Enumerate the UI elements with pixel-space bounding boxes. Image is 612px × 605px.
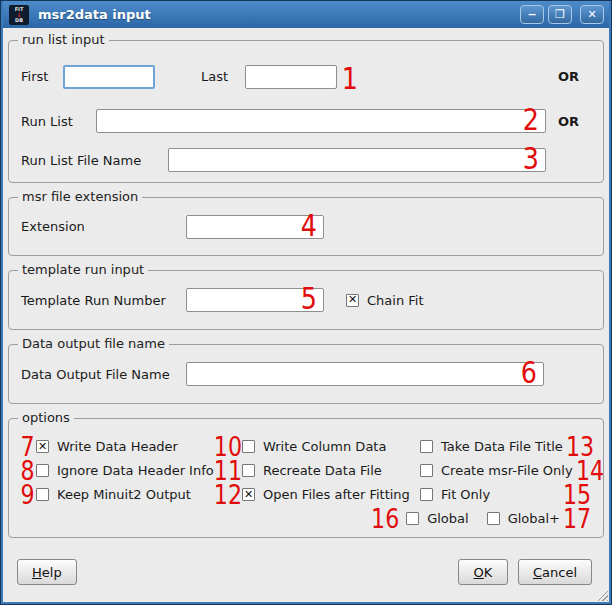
group-title-msr-file-extension: msr file extension xyxy=(18,189,142,204)
or-label-2: OR xyxy=(546,114,591,129)
first-label: First xyxy=(21,69,63,84)
annotation-12: 12 xyxy=(214,481,239,508)
first-run-input[interactable] xyxy=(63,65,155,89)
run-list-file-name-input[interactable] xyxy=(168,148,546,172)
or-label-1: OR xyxy=(546,69,591,84)
write-data-header-label: Write Data Header xyxy=(57,439,178,454)
group-data-output-file-name: Data output file name Data Output File N… xyxy=(8,344,604,404)
chain-fit-label: Chain Fit xyxy=(367,293,424,308)
keep-minuit2-output-label: Keep Minuit2 Output xyxy=(57,487,191,502)
annotation-17: 17 xyxy=(563,505,590,532)
group-template-run-input: template run input Template Run Number 5… xyxy=(8,270,604,330)
dialog-content: run list input First Last 1 OR Run List … xyxy=(3,28,609,602)
data-output-row: Data Output File Name 6 xyxy=(9,362,603,386)
fit-only-label: Fit Only xyxy=(441,487,490,502)
take-data-file-title-checkbox[interactable] xyxy=(420,440,433,453)
keep-minuit2-output-checkbox[interactable] xyxy=(36,488,49,501)
titlebar[interactable]: FIT ↓ DB msr2data input − ❒ ✕ xyxy=(3,1,609,28)
group-options: options 7 ✕ Write Data Header 10 Write C… xyxy=(8,418,604,538)
global-plus-label: Global+ xyxy=(508,511,560,526)
create-msr-file-only-checkbox[interactable] xyxy=(420,464,433,477)
annotation-9: 9 xyxy=(21,481,35,508)
app-icon-db-text: DB xyxy=(15,17,23,23)
last-label: Last xyxy=(201,69,233,84)
extension-row: Extension 4 xyxy=(9,215,603,239)
group-title-data-output-file-name: Data output file name xyxy=(18,336,169,351)
close-icon[interactable]: ✕ xyxy=(580,5,604,24)
global-checkbox[interactable] xyxy=(406,512,419,525)
annotation-3: 3 xyxy=(523,143,539,174)
options-row-1: 7 ✕ Write Data Header 10 Write Column Da… xyxy=(19,435,593,458)
recreate-data-file-label: Recreate Data File xyxy=(263,463,382,478)
group-msr-file-extension: msr file extension Extension 4 xyxy=(8,197,604,256)
ignore-data-header-info-label: Ignore Data Header Info xyxy=(57,463,214,478)
write-column-data-checkbox[interactable] xyxy=(242,440,255,453)
minimize-icon[interactable]: − xyxy=(520,5,544,24)
msr2data-dialog-window: FIT ↓ DB msr2data input − ❒ ✕ run list i… xyxy=(0,0,612,605)
template-run-row: Template Run Number 5 ✕ Chain Fit xyxy=(9,288,603,312)
options-row-3: 9 Keep Minuit2 Output 12 ✕ Open Files af… xyxy=(19,483,593,506)
options-row-4: 16 Global Global+ 17 xyxy=(19,507,593,530)
run-list-label: Run List xyxy=(21,114,96,129)
msr2data-app-icon: FIT ↓ DB xyxy=(9,5,29,25)
group-title-run-list-input: run list input xyxy=(18,32,109,47)
cancel-button[interactable]: Cancel xyxy=(518,559,592,585)
annotation-16: 16 xyxy=(371,505,399,532)
write-data-header-checkbox[interactable]: ✕ xyxy=(36,440,49,453)
recreate-data-file-checkbox[interactable] xyxy=(242,464,255,477)
window-title: msr2data input xyxy=(38,7,520,22)
options-row-2: 8 Ignore Data Header Info 11 Recreate Da… xyxy=(19,459,593,482)
ignore-data-header-info-checkbox[interactable] xyxy=(36,464,49,477)
global-label: Global xyxy=(427,511,468,526)
run-list-file-row: Run List File Name 3 xyxy=(9,148,603,172)
open-files-after-fitting-checkbox[interactable]: ✕ xyxy=(242,488,255,501)
button-row: Help OK Cancel xyxy=(8,552,604,585)
write-column-data-label: Write Column Data xyxy=(263,439,386,454)
annotation-4: 4 xyxy=(301,210,317,241)
fit-only-checkbox[interactable] xyxy=(420,488,433,501)
ok-button[interactable]: OK xyxy=(458,559,508,585)
group-title-options: options xyxy=(18,410,74,425)
last-run-input[interactable] xyxy=(245,65,337,89)
annotation-1: 1 xyxy=(342,63,358,94)
take-data-file-title-label: Take Data File Title xyxy=(441,439,563,454)
run-list-input[interactable] xyxy=(96,109,546,133)
create-msr-file-only-label: Create msr-File Only xyxy=(441,463,573,478)
maximize-icon[interactable]: ❒ xyxy=(548,5,572,24)
first-last-row: First Last 1 OR xyxy=(9,59,603,94)
template-run-number-label: Template Run Number xyxy=(21,293,186,308)
group-title-template-run-input: template run input xyxy=(18,262,148,277)
data-output-file-name-input[interactable] xyxy=(186,362,544,386)
group-run-list-input: run list input First Last 1 OR Run List … xyxy=(8,40,604,183)
run-list-row: Run List 2 OR xyxy=(9,109,603,133)
data-output-file-name-label: Data Output File Name xyxy=(21,367,186,382)
help-button[interactable]: Help xyxy=(17,559,77,585)
run-list-file-name-label: Run List File Name xyxy=(21,153,168,168)
extension-label: Extension xyxy=(21,219,186,234)
annotation-5: 5 xyxy=(301,283,317,314)
chain-fit-checkbox[interactable]: ✕ xyxy=(346,294,359,307)
global-plus-checkbox[interactable] xyxy=(487,512,500,525)
annotation-6: 6 xyxy=(521,357,537,388)
annotation-2: 2 xyxy=(523,104,539,135)
open-files-after-fitting-label: Open Files after Fitting xyxy=(263,487,410,502)
